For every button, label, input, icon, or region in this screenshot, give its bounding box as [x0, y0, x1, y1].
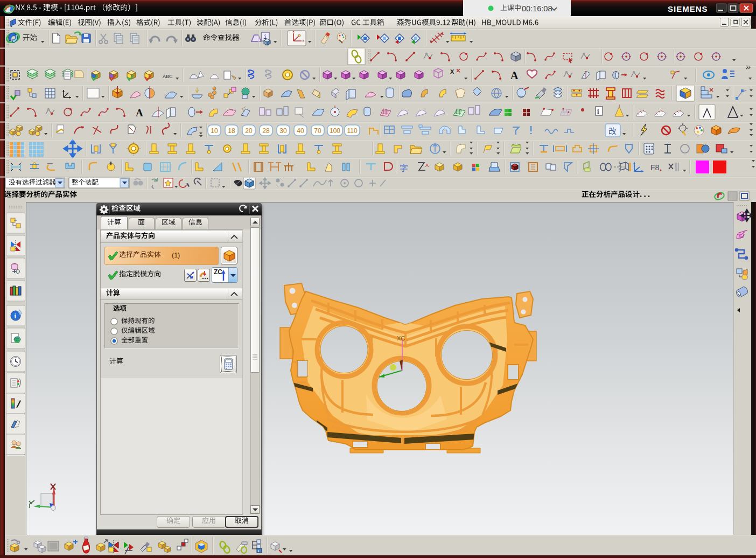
svg-text:X: X	[450, 68, 454, 75]
svg-text:28: 28	[262, 127, 270, 135]
svg-text:ABC: ABC	[163, 74, 173, 79]
svg-text:100: 100	[330, 127, 340, 135]
svg-text:A: A	[136, 107, 143, 118]
svg-text:30: 30	[279, 127, 287, 135]
svg-text:XC: XC	[397, 335, 405, 341]
svg-text:20: 20	[245, 127, 253, 135]
svg-text:F8: F8	[650, 163, 660, 172]
svg-text:110: 110	[347, 127, 357, 135]
svg-text:18: 18	[228, 127, 235, 135]
svg-text:70: 70	[314, 127, 321, 135]
svg-text:A: A	[510, 69, 519, 81]
svg-text:i: i	[258, 549, 259, 553]
svg-text:40: 40	[297, 127, 304, 135]
svg-text:10: 10	[211, 127, 218, 135]
